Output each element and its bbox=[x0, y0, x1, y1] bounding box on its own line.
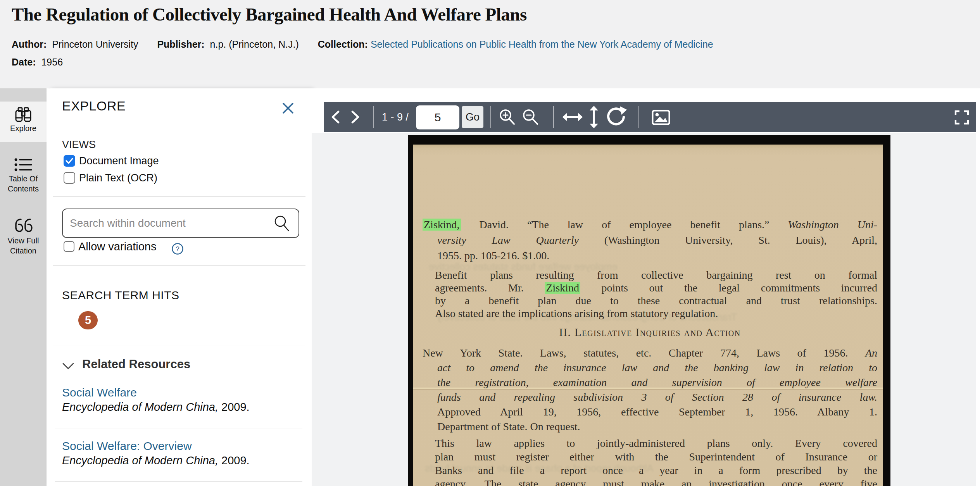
views-heading: VIEWS bbox=[62, 139, 96, 151]
text-line: Ziskind, David. “The law of employee ben… bbox=[423, 217, 877, 233]
divider bbox=[53, 265, 305, 265]
toolbar-separator bbox=[490, 106, 491, 128]
sidebar-item-explore[interactable]: Explore bbox=[0, 102, 47, 142]
scanned-page-image[interactable]: employee welfare funds statutes collecti… bbox=[408, 135, 890, 486]
explore-panel: EXPLORE VIEWS Document Image Plain Text … bbox=[47, 88, 312, 486]
text-line: Approved April 19, 1956, effective Septe… bbox=[423, 405, 877, 419]
search-icon[interactable] bbox=[274, 215, 290, 232]
chevron-left-icon bbox=[331, 110, 340, 124]
document-viewer: 1 - 9 / Go bbox=[312, 88, 980, 486]
text-line: act to amend the insurance law and the b… bbox=[423, 360, 877, 375]
horizontal-resize-icon bbox=[562, 112, 583, 122]
sidebar-item-label: Contents bbox=[0, 184, 47, 194]
related-item-link[interactable]: Social Welfare bbox=[62, 386, 137, 399]
toolbar-separator bbox=[638, 106, 639, 128]
sidebar-item-label: Table Of bbox=[0, 174, 47, 184]
chevron-down-icon[interactable] bbox=[62, 362, 74, 370]
date-label: Date: bbox=[12, 57, 36, 67]
allow-variations-checkbox[interactable] bbox=[64, 241, 74, 252]
sidebar-item-view-full-citation[interactable]: View Full Citation bbox=[0, 215, 47, 261]
text-line: agreements. Mr. Ziskind points out the l… bbox=[435, 281, 877, 294]
zoom-out-button[interactable] bbox=[522, 109, 539, 126]
related-item-source: Encyclopedia of Modern China, 2009. bbox=[62, 401, 250, 414]
tool-rail: Explore Table Of Contents View Full Cita… bbox=[0, 88, 47, 486]
sidebar-item-table-of-contents[interactable]: Table Of Contents bbox=[0, 155, 47, 198]
plain-text-ocr-checkbox[interactable] bbox=[64, 172, 75, 184]
bibliography-entry: Ziskind, David. “The law of employee ben… bbox=[423, 217, 877, 264]
vertical-resize-icon bbox=[589, 106, 599, 128]
zoom-in-icon bbox=[499, 109, 516, 126]
text-line: Department of State. On request. bbox=[423, 419, 877, 434]
date-value: 1956 bbox=[38, 57, 63, 67]
zoom-in-button[interactable] bbox=[499, 109, 516, 126]
publisher-value: n.p. (Princeton, N.J.) bbox=[207, 39, 299, 50]
page-range-label: 1 - 9 / bbox=[382, 111, 409, 123]
search-input[interactable] bbox=[62, 209, 299, 238]
section-heading: II. Legislative Inquiries and Action bbox=[423, 326, 877, 339]
next-page-button[interactable] bbox=[351, 110, 360, 124]
sidebar-item-label: Citation bbox=[0, 246, 47, 256]
divider bbox=[55, 481, 302, 482]
fullscreen-icon bbox=[954, 110, 970, 125]
document-image-checkbox[interactable] bbox=[64, 155, 75, 167]
fullscreen-button[interactable] bbox=[954, 110, 970, 125]
binoculars-icon bbox=[14, 106, 33, 123]
quote-icon bbox=[13, 216, 33, 236]
collection-link[interactable]: Selected Publications on Public Health f… bbox=[371, 39, 713, 50]
chevron-right-icon bbox=[351, 110, 360, 124]
page-number-input[interactable] bbox=[416, 105, 459, 129]
sidebar-item-label: View Full bbox=[0, 236, 47, 246]
document-image-label: Document Image bbox=[79, 155, 159, 167]
document-header: The Regulation of Collectively Bargained… bbox=[0, 0, 980, 88]
rotate-button[interactable] bbox=[605, 106, 627, 128]
text-line: versity Law Quarterly (Washington Univer… bbox=[423, 233, 877, 248]
text-line: New York State. Laws, statutes, etc. Cha… bbox=[423, 346, 877, 360]
svg-text:?: ? bbox=[176, 245, 179, 253]
bibliography-entry: New York State. Laws, statutes, etc. Cha… bbox=[423, 346, 877, 434]
panel-heading: EXPLORE bbox=[62, 98, 126, 114]
fit-width-button[interactable] bbox=[562, 112, 583, 122]
publisher-label: Publisher: bbox=[157, 39, 204, 50]
previous-page-button[interactable] bbox=[331, 110, 340, 124]
text-line: Also stated are the implications arising… bbox=[435, 307, 877, 320]
author-value: Princeton University bbox=[49, 39, 138, 50]
text-line: the registration, examination and superv… bbox=[423, 375, 877, 390]
allow-variations-label: Allow variations bbox=[78, 240, 156, 253]
help-icon[interactable]: ? bbox=[171, 243, 184, 255]
check-icon bbox=[64, 156, 74, 166]
metadata-row: Author: Princeton University Publisher: … bbox=[12, 39, 713, 50]
collection-label: Collection: bbox=[318, 39, 368, 50]
hit-count-badge[interactable]: 5 bbox=[78, 311, 98, 329]
text-line: Banks and file a report once a year in a… bbox=[435, 464, 877, 477]
image-view-button[interactable] bbox=[652, 110, 670, 125]
metadata-row-date: Date: 1956 bbox=[12, 57, 63, 68]
related-resources-heading[interactable]: Related Resources bbox=[82, 357, 190, 371]
text-line: Benefit plans resulting from collective … bbox=[435, 269, 877, 281]
related-item-source: Encyclopedia of Modern China, 2009. bbox=[62, 454, 250, 467]
close-panel-button[interactable] bbox=[281, 102, 295, 115]
author-label: Author: bbox=[12, 39, 47, 50]
image-icon bbox=[652, 110, 670, 125]
toolbar-separator bbox=[553, 106, 554, 128]
viewer-toolbar: 1 - 9 / Go bbox=[324, 102, 976, 132]
list-icon bbox=[14, 157, 33, 174]
divider bbox=[55, 429, 302, 429]
close-icon bbox=[281, 102, 295, 115]
annotation-paragraph: This law applies to jointly-administered… bbox=[435, 436, 877, 486]
related-item-link[interactable]: Social Welfare: Overview bbox=[62, 439, 192, 453]
text-line: agency. The state agency must make an in… bbox=[435, 477, 877, 486]
text-line: 1955. pp. 105-216. $1.00. bbox=[423, 248, 877, 264]
text-line: This law applies to jointly-administered… bbox=[435, 436, 877, 450]
divider bbox=[53, 345, 305, 345]
zoom-out-icon bbox=[522, 109, 539, 126]
text-line: plan must register either with the Super… bbox=[435, 450, 877, 464]
divider bbox=[53, 196, 305, 196]
annotation-paragraph: Benefit plans resulting from collective … bbox=[435, 269, 877, 320]
toolbar-separator bbox=[373, 106, 374, 128]
plain-text-ocr-label: Plain Text (OCR) bbox=[79, 172, 157, 184]
page-title: The Regulation of Collectively Bargained… bbox=[12, 4, 527, 25]
fit-height-button[interactable] bbox=[589, 106, 599, 128]
text-line: funds and repealing subdivision 3 of Sec… bbox=[423, 390, 877, 405]
go-button[interactable]: Go bbox=[462, 106, 483, 128]
viewer-canvas[interactable]: employee welfare funds statutes collecti… bbox=[312, 133, 976, 486]
